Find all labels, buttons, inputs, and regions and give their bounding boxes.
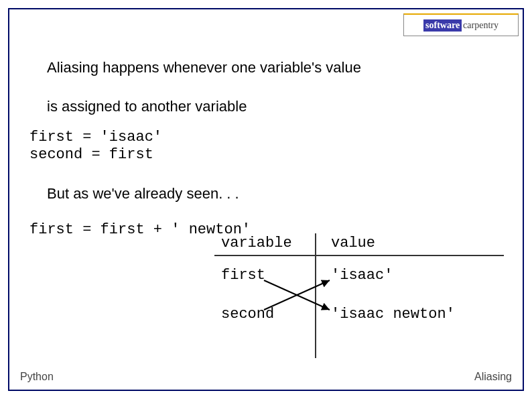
table-header-value: value [331,235,375,251]
text-line-1: Aliasing happens whenever one variable's… [47,59,361,76]
text-seen: But as we've already seen. . . [47,185,239,203]
code-block2-line1: first = first + ' newton' [29,221,251,238]
code-block1-line2: second = first [29,146,153,163]
table-column-rule [315,233,316,358]
table-row2-val: 'isaac newton' [331,306,455,323]
footer-left: Python [20,371,54,383]
table-header-rule [214,255,504,256]
logo-software-carpentry: software carpentry [403,13,519,36]
code-block1-line1: first = 'isaac' [29,129,162,146]
slide-frame: software carpentry Aliasing happens when… [8,8,524,391]
table-header-variable: variable [221,235,292,251]
logo-carpentry-word: carpentry [463,20,498,31]
table-row1-var: first [221,267,265,284]
footer-right: Aliasing [474,371,512,383]
table-row2-var: second [221,306,274,323]
text-line-2: is assigned to another variable [47,98,247,115]
logo-software-word: software [423,19,462,32]
table-row1-val: 'isaac' [331,267,393,284]
